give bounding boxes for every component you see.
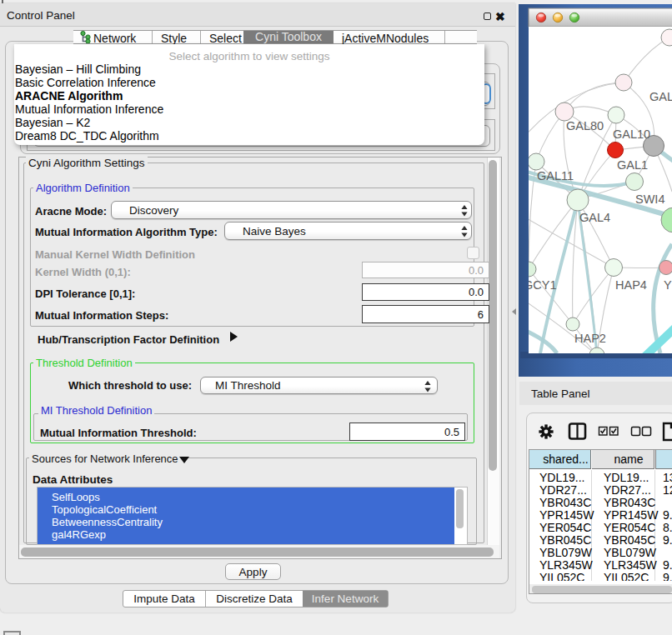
svg-text:SWI4: SWI4 (635, 192, 664, 206)
svg-text:GAL4: GAL4 (579, 211, 610, 224)
svg-text:HAP4: HAP4 (615, 278, 647, 292)
svg-text:GAL7: GAL7 (649, 90, 672, 103)
svg-text:Y: Y (664, 278, 672, 292)
svg-text:GAL10: GAL10 (613, 128, 650, 141)
svg-text:HAP2: HAP2 (574, 332, 606, 345)
svg-text:GAL80: GAL80 (566, 119, 604, 132)
svg-text:GAL1: GAL1 (617, 158, 648, 172)
svg-text:GAL11: GAL11 (537, 169, 574, 182)
